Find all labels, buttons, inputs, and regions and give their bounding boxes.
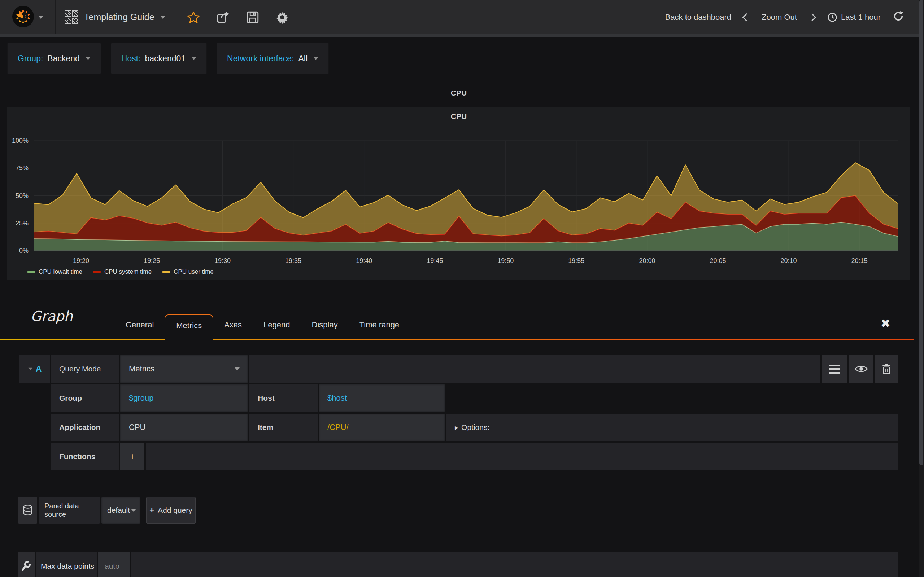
svg-text:19:50: 19:50	[498, 257, 514, 264]
datasource-value: default	[102, 506, 130, 515]
dashboard-title-dropdown[interactable]: Templating Guide	[56, 0, 175, 34]
tab-general[interactable]: General	[115, 314, 165, 335]
database-icon	[23, 504, 33, 516]
tab-metrics[interactable]: Metrics	[165, 314, 213, 342]
functions-row-filler	[146, 443, 898, 470]
svg-text:20:05: 20:05	[709, 257, 726, 264]
save-icon	[247, 11, 259, 23]
functions-label: Functions	[50, 452, 95, 461]
variable-host-caret-icon	[191, 57, 196, 60]
cpu-stacked-area-chart[interactable]: 0%25%50%75%100%19:2019:2519:3019:3519:40…	[7, 127, 910, 279]
svg-text:20:10: 20:10	[781, 257, 797, 264]
legend-label-user: CPU user time	[174, 268, 214, 276]
scrollbar-track[interactable]	[919, 0, 924, 577]
functions-label-cell: Functions	[50, 443, 119, 470]
navbar: Templating Guide	[0, 0, 924, 37]
variable-group[interactable]: Group: Backend	[7, 43, 101, 74]
query-mode-label: Query Mode	[50, 364, 101, 373]
back-to-dashboard-link[interactable]: Back to dashboard	[665, 13, 731, 22]
variable-netif-caret-icon	[313, 57, 318, 60]
svg-text:50%: 50%	[16, 192, 29, 200]
hamburger-icon	[829, 364, 840, 374]
scrollbar-thumb[interactable]	[919, 0, 923, 465]
query-delete-button[interactable]	[875, 355, 898, 383]
query-mode-caret-icon	[234, 367, 240, 371]
share-icon	[216, 11, 229, 24]
variable-host[interactable]: Host: backend01	[111, 43, 207, 74]
legend-item-system[interactable]: CPU system time	[93, 268, 152, 276]
variable-group-caret-icon	[86, 57, 90, 60]
variable-netif-value: All	[298, 54, 307, 63]
plus-icon: +	[129, 451, 135, 462]
legend-item-user[interactable]: CPU user time	[162, 268, 214, 276]
tab-legend[interactable]: Legend	[253, 314, 300, 335]
group-label-cell: Group	[50, 384, 119, 412]
grafana-logo-menu[interactable]	[0, 0, 55, 34]
host-value: $host	[319, 393, 347, 403]
time-picker[interactable]: Last 1 hour	[827, 12, 881, 23]
tab-display[interactable]: Display	[301, 314, 349, 335]
svg-text:19:35: 19:35	[285, 257, 301, 264]
zoom-out-link[interactable]: Zoom Out	[762, 13, 797, 22]
svg-text:25%: 25%	[16, 220, 29, 227]
panel-editor-title: Graph	[31, 308, 73, 324]
tab-time-range[interactable]: Time range	[349, 314, 410, 335]
query-menu-button[interactable]	[822, 355, 847, 383]
template-variables-row: Group: Backend Host: backend01 Network i…	[7, 43, 329, 74]
svg-text:19:40: 19:40	[356, 257, 372, 264]
cpu-panel: CPU 0%25%50%75%100%19:2019:2519:3019:351…	[7, 107, 910, 280]
item-input[interactable]: /CPU/	[319, 414, 445, 441]
dashboard-row-title[interactable]: CPU	[7, 89, 910, 97]
svg-text:75%: 75%	[16, 164, 29, 172]
tab-axes[interactable]: Axes	[213, 314, 253, 335]
add-function-button[interactable]: +	[120, 443, 144, 470]
wrench-icon	[21, 561, 31, 571]
legend-swatch-system	[93, 271, 101, 273]
add-query-button[interactable]: + Add query	[146, 497, 195, 524]
legend-label-system: CPU system time	[104, 268, 152, 276]
editor-tabs: General Metrics Axes Legend Display Time…	[115, 314, 410, 335]
options-caret-icon: ▸	[455, 423, 459, 432]
svg-text:19:30: 19:30	[215, 257, 231, 264]
dashboard-caret-icon	[160, 16, 165, 19]
variable-host-label: Host:	[121, 54, 141, 63]
group-input[interactable]: $group	[120, 384, 247, 412]
refresh-button[interactable]	[893, 11, 904, 24]
time-shift-left-icon[interactable]	[743, 13, 751, 21]
options-toggle[interactable]: ▸ Options:	[446, 414, 898, 441]
query-mode-select[interactable]: Metrics	[120, 355, 247, 383]
max-data-points-label: Max data points	[36, 562, 94, 571]
trash-icon	[882, 364, 891, 374]
star-button[interactable]	[184, 6, 203, 28]
application-input[interactable]: CPU	[120, 414, 247, 441]
query-toggle-visibility-button[interactable]	[849, 355, 874, 383]
variable-netif-label: Network interface:	[227, 54, 294, 63]
variable-network-interface[interactable]: Network interface: All	[216, 43, 329, 74]
legend-item-iowait[interactable]: CPU iowait time	[27, 268, 82, 276]
query-mode-value: Metrics	[120, 364, 155, 374]
legend-label-iowait: CPU iowait time	[39, 268, 82, 276]
group-label: Group	[50, 394, 82, 403]
save-button[interactable]	[243, 6, 262, 28]
time-shift-right-icon[interactable]	[808, 13, 816, 21]
svg-text:19:20: 19:20	[73, 257, 89, 264]
gear-icon	[276, 11, 289, 24]
svg-text:100%: 100%	[12, 137, 29, 144]
max-data-points-input[interactable]	[98, 553, 130, 577]
svg-text:20:15: 20:15	[851, 257, 868, 264]
clock-icon	[827, 12, 837, 23]
add-query-label: Add query	[158, 506, 192, 515]
item-label: Item	[249, 423, 273, 432]
host-input[interactable]: $host	[319, 384, 445, 412]
panel-title[interactable]: CPU	[7, 112, 910, 121]
chart-legend: CPU iowait time CPU system time CPU user…	[27, 268, 214, 276]
share-button[interactable]	[214, 6, 233, 28]
host-label: Host	[249, 394, 275, 403]
datasource-label: Panel data source	[39, 502, 100, 519]
navbar-actions	[184, 6, 292, 28]
datasource-select[interactable]: default	[102, 497, 141, 524]
query-ref-toggle[interactable]: A	[19, 355, 50, 383]
item-value: /CPU/	[319, 423, 349, 432]
close-editor-icon[interactable]: ✖	[881, 317, 890, 330]
settings-button[interactable]	[273, 6, 292, 28]
